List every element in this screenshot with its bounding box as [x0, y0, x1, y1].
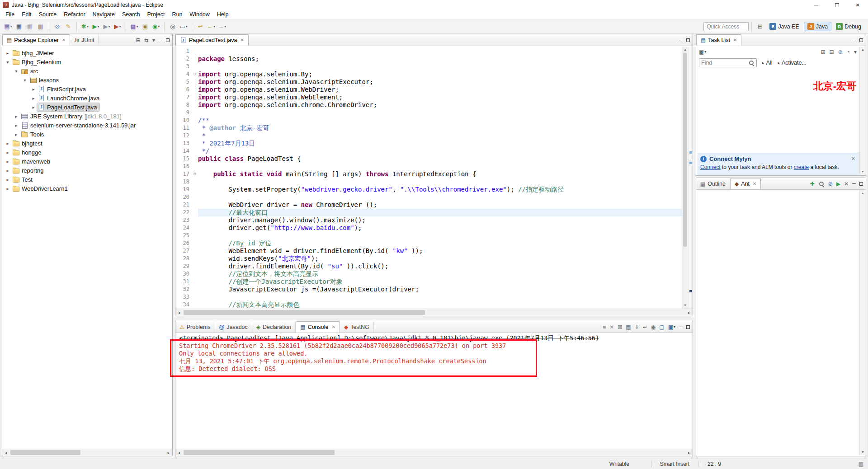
code-line-18[interactable]: 18 [175, 178, 682, 186]
tree-item-src[interactable]: ▾src [2, 66, 172, 75]
focus-on-workweek-icon[interactable]: ◔ [847, 49, 850, 55]
collapse-arrow-icon[interactable]: ▸ [4, 150, 11, 155]
clear-console-icon[interactable]: ▤ [626, 324, 631, 330]
scroll-right-icon[interactable]: ▸ [685, 310, 693, 315]
maximize-view-icon[interactable] [859, 38, 863, 42]
scroll-up-icon[interactable]: ▴ [682, 47, 688, 53]
code-line-6[interactable]: 6import org.openqa.selenium.WebDriver; [175, 86, 682, 94]
code-line-1[interactable]: 1 [175, 47, 682, 55]
tree-item-pageloadtest-java[interactable]: ▸JPageLoadTest.java [2, 103, 172, 112]
link-with-editor-icon[interactable]: ⇆ [144, 37, 149, 43]
code-line-24[interactable]: 24 driver.get("http://www.baidu.com"); [175, 224, 682, 232]
collapse-arrow-icon[interactable]: ▸ [4, 186, 11, 191]
tab-problems[interactable]: ⚠ Problems [175, 321, 215, 333]
menu-edit[interactable]: Edit [18, 10, 35, 19]
menu-navigate[interactable]: Navigate [89, 10, 118, 19]
code-line-27[interactable]: 27 WebElement wid = driver.findElement(B… [175, 247, 682, 255]
pin-console-icon[interactable]: ◉ [651, 324, 656, 330]
run-default-target-icon[interactable]: ▶ [836, 181, 840, 187]
editor-hscrollbar[interactable]: ◂ ▸ [175, 309, 693, 316]
quick-access-box[interactable]: Quick Access [703, 22, 749, 31]
activate-link[interactable]: ▸Activate... [778, 60, 806, 66]
code-line-21[interactable]: 21 WebDriver driver = new ChromeDriver (… [175, 201, 682, 209]
new-java-project-icon[interactable]: ▩▾ [129, 21, 139, 32]
collapse-arrow-icon[interactable]: ▸ [4, 51, 11, 56]
filter-internal-targets-icon[interactable]: ⊘ [828, 181, 833, 187]
scroll-left-icon[interactable]: ◂ [2, 450, 9, 455]
tab-pageloadtest-java[interactable]: J PageLoadTest.java ✕ [175, 34, 249, 46]
maximize-view-icon[interactable] [686, 38, 690, 42]
new-package-icon[interactable]: ▣ [140, 21, 150, 32]
close-icon[interactable]: ✕ [733, 38, 737, 42]
tree-item-bjhg-selenium[interactable]: ▾Bjhg_Selenium [2, 57, 172, 66]
scroll-up-icon[interactable]: ▴ [860, 190, 866, 197]
code-line-10[interactable]: 10/** [175, 117, 682, 124]
remove-all-terminated-icon[interactable]: ⊠ [618, 324, 622, 330]
code-line-31[interactable]: 31 //创建一个JavascriptExecutor对象 [175, 278, 682, 286]
close-icon[interactable]: ✕ [62, 38, 66, 42]
last-edit-location-icon[interactable]: ↩ [195, 21, 205, 32]
tab-testng[interactable]: ◆ TestNG [340, 321, 374, 333]
expand-arrow-icon[interactable]: ▾ [13, 69, 20, 74]
code-line-25[interactable]: 25 [175, 232, 682, 239]
minimize-window-button[interactable] [806, 0, 826, 10]
code-line-32[interactable]: 32 JavascriptExecutor js =(JavascriptExe… [175, 286, 682, 293]
tree-item-selenium-server-standalone-3-141-59-jar[interactable]: ▸selenium-server-standalone-3.141.59.jar [2, 121, 172, 130]
close-icon[interactable]: ✕ [753, 181, 756, 186]
minimize-view-icon[interactable] [159, 40, 162, 40]
new-class-icon[interactable]: ◉▾ [151, 21, 161, 32]
connect-link[interactable]: Connect [700, 164, 721, 170]
filter-completed-icon[interactable]: ⊘ [838, 49, 843, 55]
code-line-22[interactable]: 22 //最大化窗口 [175, 209, 682, 216]
tab-javadoc[interactable]: @ Javadoc [215, 321, 252, 333]
code-line-23[interactable]: 23 driver.manage().window().maximize(); [175, 216, 682, 224]
open-console-icon[interactable]: ▣▾ [668, 324, 675, 330]
code-line-15[interactable]: 15public class PageLoadTest { [175, 155, 682, 163]
collapse-arrow-icon[interactable]: ▸ [30, 105, 37, 110]
code-line-7[interactable]: 7import org.openqa.selenium.WebElement; [175, 94, 682, 101]
menu-refactor[interactable]: Refactor [60, 10, 89, 19]
tab-console[interactable]: ▤ Console ✕ [296, 321, 340, 333]
minimize-view-icon[interactable] [852, 40, 856, 40]
terminate-icon[interactable]: ■ [603, 324, 606, 330]
search-icon[interactable]: ◎ [168, 21, 178, 32]
perspective-java-ee[interactable]: EJava EE [766, 22, 803, 31]
minimize-view-icon[interactable] [679, 40, 683, 40]
skip-all-breakpoints-icon[interactable]: ⊘ [52, 21, 62, 32]
minimize-view-icon[interactable] [679, 327, 683, 327]
code-line-2[interactable]: 2package lessons; [175, 55, 682, 63]
collapse-arrow-icon[interactable]: ▸ [4, 177, 11, 182]
word-wrap-icon[interactable]: ↵ [643, 324, 647, 330]
scroll-down-icon[interactable]: ▾ [860, 169, 866, 175]
collapse-all-icon[interactable]: ⊟ [136, 37, 141, 43]
code-line-16[interactable]: 16 [175, 163, 682, 170]
scope-all[interactable]: ▸All [762, 60, 772, 66]
scrollbar-track[interactable] [183, 449, 685, 456]
minimize-view-icon[interactable] [852, 183, 856, 184]
outline-content[interactable] [696, 190, 859, 456]
menu-project[interactable]: Project [144, 10, 169, 19]
code-line-33[interactable]: 33 [175, 293, 682, 301]
mark-occurrences-icon[interactable]: ✎ [63, 21, 73, 32]
new-task-icon[interactable]: ▣▾ [699, 49, 706, 55]
expand-arrow-icon[interactable]: ▾ [4, 60, 11, 65]
code-line-4[interactable]: 4⊖import org.openqa.selenium.By; [175, 70, 682, 78]
code-line-8[interactable]: 8import org.openqa.selenium.chrome.Chrom… [175, 101, 682, 109]
fold-marker-icon[interactable]: ⊖ [192, 70, 198, 78]
code-line-14[interactable]: 14 */ [175, 147, 682, 155]
scrollbar-thumb[interactable] [184, 450, 335, 455]
new-wizard-icon[interactable]: ▤▾ [3, 21, 13, 32]
collapse-arrow-icon[interactable]: ▸ [4, 159, 11, 164]
code-line-5[interactable]: 5import org.openqa.selenium.JavascriptEx… [175, 78, 682, 86]
open-perspective-icon[interactable]: ⊞ [755, 21, 765, 32]
run-external-tools-icon[interactable]: ▶▾ [102, 21, 112, 32]
categorized-view-icon[interactable]: ⊞ [821, 49, 826, 55]
coverage-icon[interactable]: ▶▾ [113, 21, 123, 32]
task-list-vscrollbar[interactable]: ▴ ▾ [859, 47, 866, 175]
save-all-icon[interactable]: ▦ [25, 21, 35, 32]
scroll-left-icon[interactable]: ◂ [175, 310, 183, 315]
collapse-arrow-icon[interactable]: ▸ [4, 141, 11, 146]
create-link[interactable]: create [794, 164, 809, 170]
menu-window[interactable]: Window [186, 10, 213, 19]
overview-ruler[interactable] [688, 47, 693, 309]
